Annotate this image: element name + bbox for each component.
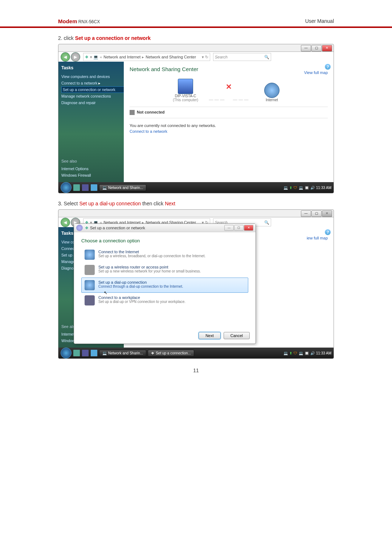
quicklaunch-1[interactable]	[73, 349, 80, 357]
router-icon	[85, 265, 95, 275]
wizard-dialog: ❖ Set up a connection or network — ▢ ✕ C…	[74, 223, 256, 344]
cancel-button[interactable]: Cancel	[224, 332, 250, 339]
quicklaunch-2[interactable]	[82, 349, 89, 357]
taskbar: 💻 Network and Sharin... 💻⬆🛡💻🔲🔊 11:33 AM	[58, 182, 334, 193]
link-windows-firewall[interactable]: Windows Firewall	[61, 172, 91, 178]
quicklaunch-2[interactable]	[82, 184, 89, 191]
back-button[interactable]: ◄	[61, 218, 70, 227]
search-icon: 🔍	[264, 220, 269, 225]
step-3-action1: Set up a dial-up connection	[79, 201, 141, 206]
minimize-button[interactable]: —	[301, 210, 311, 217]
internet-icon	[264, 83, 279, 98]
forward-button[interactable]: ►	[71, 52, 80, 62]
link-internet-options[interactable]: Internet Options	[61, 165, 91, 172]
screenshot-2: — ▢ ✕ ◄ ► ❖ ▾ 💻 « Network and Internet ▸…	[58, 209, 334, 359]
this-computer-label: (This computer)	[173, 98, 198, 102]
close-button[interactable]: ✕	[322, 45, 332, 52]
window-controls-2: — ▢ ✕	[301, 210, 332, 217]
task-view-computers[interactable]: View computers and devices	[61, 73, 127, 80]
header-user-manual: User Manual	[305, 18, 334, 24]
minimize-button[interactable]: —	[301, 45, 311, 52]
dialup-icon	[85, 280, 95, 290]
wizard-minimize[interactable]: —	[224, 225, 234, 231]
task-setup-connection[interactable]: Set up a connection or network	[61, 86, 127, 93]
help-icon[interactable]: ?	[325, 64, 331, 70]
step-3: 3. Select Set up a dial-up connection th…	[0, 193, 392, 209]
connect-network-link[interactable]: Connect to a network	[130, 129, 328, 134]
window-controls: — ▢ ✕	[301, 45, 332, 52]
quicklaunch-1[interactable]	[73, 184, 80, 191]
view-full-map-cut[interactable]: iew full map	[307, 236, 328, 240]
quicklaunch-3[interactable]	[90, 349, 98, 357]
start-button[interactable]	[61, 348, 72, 358]
see-also-title: See also	[61, 159, 91, 163]
option-dialup[interactable]: Set up a dial-up connectionConnect throu…	[81, 278, 248, 293]
tasks-panel: Tasks View computers and devices Connect…	[58, 62, 130, 182]
system-tray: 💻⬆🛡💻🔲🔊 11:33 AM	[283, 186, 331, 190]
taskbar-app-setup[interactable]: ❖ Set up a connection...	[148, 350, 194, 357]
maximize-button[interactable]: ▢	[311, 45, 322, 52]
wizard-back-button[interactable]	[76, 225, 83, 231]
close-button[interactable]: ✕	[322, 210, 332, 217]
taskbar-2: 💻 Network and Sharin... ❖ Set up a conne…	[58, 348, 334, 358]
network-status-icon	[130, 110, 135, 115]
cursor-icon: ↖	[104, 290, 107, 295]
header-brand: Modem	[58, 18, 77, 24]
content-area: ? Network and Sharing Center View full m…	[124, 62, 334, 182]
task-diagnose-repair[interactable]: Diagnose and repair	[61, 99, 127, 106]
internet-label: Internet	[250, 98, 294, 102]
wizard-close[interactable]: ✕	[244, 225, 253, 231]
search-input[interactable]: Search 🔍	[213, 53, 271, 61]
option-wireless-router[interactable]: Set up a wireless router or access point…	[81, 262, 248, 278]
help-icon[interactable]: ?	[325, 229, 331, 235]
page-title: Network and Sharing Center	[130, 66, 328, 72]
view-full-map-link[interactable]: View full map	[304, 70, 328, 75]
network-map: DIP-VISTA-C(This computer) — — — ✕ — — —…	[130, 79, 328, 102]
breadcrumb[interactable]: ❖ ▾ 💻 « Network and Internet ▸ Network a…	[83, 53, 210, 61]
next-button[interactable]: Next	[199, 332, 221, 339]
breadcrumb-p1: Network and Internet	[103, 55, 140, 59]
maximize-button[interactable]: ▢	[311, 210, 322, 217]
option-connect-internet[interactable]: Connect to the InternetSet up a wireless…	[81, 247, 248, 262]
search-icon: 🔍	[264, 55, 269, 59]
task-manage-connections[interactable]: Manage network connections	[61, 93, 127, 99]
globe-icon	[85, 250, 95, 260]
step-2-prefix: 2. click	[58, 35, 75, 41]
clock: 11:33 AM	[316, 351, 331, 355]
system-tray: 💻⬆🛡💻🔲🔊 11:33 AM	[283, 351, 331, 355]
back-button[interactable]: ◄	[61, 52, 70, 62]
screenshot-1: — ▢ ✕ ◄ ► ❖ ▾ 💻 « Network and Internet ▸…	[58, 44, 334, 193]
not-connected-status: Not connected	[130, 107, 328, 118]
breadcrumb-p2: Network and Sharing Center	[146, 55, 196, 59]
step-2: 2. click Set up a connection or network	[0, 28, 392, 44]
step-2-action: Set up a connection or network	[75, 35, 151, 41]
workplace-icon	[85, 295, 95, 305]
step-3-action2: Next	[165, 201, 175, 206]
search-placeholder: Search	[215, 55, 228, 59]
pc-name: DIP-VISTA-C	[175, 94, 196, 98]
taskbar-app-network[interactable]: 💻 Network and Sharin...	[99, 184, 146, 191]
page-number: 11	[0, 368, 392, 373]
header-model: RNX-56CX	[78, 19, 100, 24]
pc-icon	[178, 79, 193, 94]
breadcrumb-prefix: «	[100, 55, 102, 59]
start-button[interactable]	[61, 182, 72, 193]
tasks-title: Tasks	[61, 65, 127, 70]
wizard-title: Set up a connection or network	[90, 226, 145, 230]
status-message: You are currently not connected to any n…	[130, 123, 328, 134]
navbar: ◄ ► ❖ ▾ 💻 « Network and Internet ▸ Netwo…	[58, 52, 334, 62]
wizard-heading: Choose a connection option	[81, 238, 248, 243]
disconnected-icon: ✕	[226, 82, 232, 91]
clock: 11:33 AM	[316, 186, 331, 190]
wizard-maximize[interactable]: ▢	[234, 225, 244, 231]
wizard-titlebar: ❖ Set up a connection or network — ▢ ✕	[74, 224, 256, 232]
task-connect-network[interactable]: Connect to a network ▸	[61, 80, 127, 86]
quicklaunch-3[interactable]	[90, 184, 98, 191]
taskbar-app-network[interactable]: 💻 Network and Sharin...	[99, 350, 146, 357]
